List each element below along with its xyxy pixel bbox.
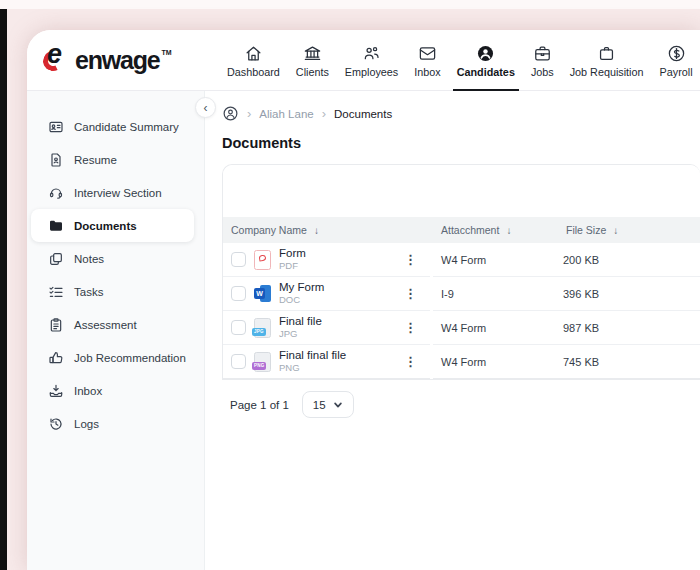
brand-trademark: TM (162, 49, 172, 56)
person-circle-icon (476, 44, 495, 63)
chevron-down-icon (333, 400, 343, 410)
pdf-file-icon (254, 250, 271, 270)
headset-icon (48, 185, 64, 201)
column-label: File Size (566, 224, 606, 236)
top-navigation: Dashboard Clients Employees Inbox Candid… (225, 30, 695, 91)
sidebar-item-inbox[interactable]: Inbox (27, 374, 204, 407)
sidebar-item-documents[interactable]: Documents (31, 209, 194, 242)
file-size-value: 745 KB (555, 345, 700, 379)
sort-down-icon[interactable]: ↓ (613, 225, 618, 236)
document-name: Form (279, 247, 306, 260)
sort-down-icon[interactable]: ↓ (314, 225, 319, 236)
nav-label: Jobs (531, 66, 554, 78)
nav-item-dashboard[interactable]: Dashboard (225, 30, 282, 91)
nav-item-clients[interactable]: Clients (294, 30, 331, 91)
row-menu-button[interactable]: ⋮ (401, 319, 420, 336)
page-size-select[interactable]: 15 (302, 391, 354, 418)
table-toolbar (223, 165, 700, 217)
nav-label: Dashboard (227, 66, 280, 78)
nav-item-inbox[interactable]: Inbox (412, 30, 442, 91)
chevron-right-icon: › (322, 107, 326, 120)
table-row[interactable]: Form PDF ⋮ W4 Form 200 KB (223, 243, 700, 277)
page-size-value: 15 (313, 399, 326, 411)
sidebar-collapse-button[interactable]: ‹ (195, 97, 216, 118)
chevron-right-icon: › (247, 107, 251, 120)
nav-item-jobs[interactable]: Jobs (529, 30, 556, 91)
attachment-value: W4 Form (433, 311, 555, 345)
column-header-company-name[interactable]: Company Name ↓ (223, 224, 433, 236)
sidebar-item-job-recommendation[interactable]: Job Recommendation (27, 341, 204, 374)
nav-item-payroll[interactable]: Payroll (658, 30, 695, 91)
app-header: e enwage TM Dashboard Clients Employees … (27, 30, 700, 91)
sidebar-item-label: Tasks (74, 286, 103, 298)
row-checkbox[interactable] (231, 286, 246, 301)
table-row[interactable]: PNG Final final file PNG ⋮ W4 Form 745 K… (223, 345, 700, 379)
nav-label: Clients (296, 66, 329, 78)
nav-label: Employees (345, 66, 398, 78)
row-menu-button[interactable]: ⋮ (401, 285, 420, 302)
document-name: Final final file (279, 349, 346, 362)
nav-item-job-requisition[interactable]: Job Requisition (568, 30, 646, 91)
nav-item-candidates[interactable]: Candidates (455, 30, 517, 91)
sidebar-item-label: Assessment (74, 319, 137, 331)
word-file-icon: W (254, 284, 271, 304)
sidebar-item-label: Inbox (74, 385, 102, 397)
file-size-value: 396 KB (555, 277, 700, 311)
file-size-value: 987 KB (555, 311, 700, 345)
sidebar-item-notes[interactable]: Notes (27, 242, 204, 275)
bank-icon (303, 44, 322, 63)
attachment-value: W4 Form (433, 243, 555, 277)
sidebar-item-label: Candidate Summary (74, 121, 179, 133)
clipboard-icon (48, 317, 64, 333)
table-row[interactable]: W My Form DOC ⋮ I-9 396 KB (223, 277, 700, 311)
brand-name: enwage (75, 44, 160, 76)
app-window: e enwage TM Dashboard Clients Employees … (27, 30, 700, 570)
png-file-icon: PNG (254, 352, 271, 372)
nav-label: Inbox (414, 66, 440, 78)
table-row[interactable]: JPG Final file JPG ⋮ W4 Form 987 KB (223, 311, 700, 345)
sort-down-icon[interactable]: ↓ (506, 225, 511, 236)
column-label: Attacchment (441, 224, 499, 236)
row-menu-button[interactable]: ⋮ (401, 251, 420, 268)
mail-icon (418, 44, 437, 63)
sidebar-item-label: Documents (74, 220, 137, 232)
chevron-left-icon: ‹ (204, 102, 208, 114)
document-type: PNG (279, 363, 346, 374)
sidebar-item-tasks[interactable]: Tasks (27, 275, 204, 308)
backdrop-highlight (0, 0, 700, 9)
brand-logo[interactable]: e enwage TM (43, 44, 172, 76)
breadcrumb-candidate-name[interactable]: Aliah Lane (259, 108, 313, 120)
nav-item-employees[interactable]: Employees (343, 30, 400, 91)
document-type: DOC (279, 295, 324, 306)
id-card-icon (48, 119, 64, 135)
folder-icon (48, 218, 64, 234)
row-checkbox[interactable] (231, 354, 246, 369)
page-count-label: Page 1 of 1 (230, 399, 289, 411)
sidebar-item-label: Interview Section (74, 187, 162, 199)
column-header-file-size[interactable]: File Size ↓ (558, 224, 700, 236)
column-header-attachment[interactable]: Attacchment ↓ (433, 224, 558, 236)
row-checkbox[interactable] (231, 320, 246, 335)
screen-edge (0, 0, 7, 570)
row-menu-button[interactable]: ⋮ (401, 353, 420, 370)
sidebar-item-candidate-summary[interactable]: Candidate Summary (27, 110, 204, 143)
row-checkbox[interactable] (231, 252, 246, 267)
jpg-file-icon: JPG (254, 318, 271, 338)
column-label: Company Name (231, 224, 307, 236)
tasks-icon (48, 284, 64, 300)
documents-table-card: Company Name ↓ Attacchment ↓ File Size ↓ (222, 164, 700, 380)
dollar-circle-icon (667, 44, 686, 63)
document-type: JPG (279, 329, 322, 340)
sidebar-item-logs[interactable]: Logs (27, 407, 204, 440)
document-name: Final file (279, 315, 322, 328)
history-icon (48, 416, 64, 432)
home-icon (244, 44, 263, 63)
document-type: PDF (279, 261, 306, 272)
sidebar-item-assessment[interactable]: Assessment (27, 308, 204, 341)
sidebar-item-label: Notes (74, 253, 104, 265)
sidebar-item-interview-section[interactable]: Interview Section (27, 176, 204, 209)
breadcrumb-current-page: Documents (334, 108, 392, 120)
briefcase-outline-icon (597, 44, 616, 63)
thumbs-up-icon (48, 350, 64, 366)
sidebar-item-resume[interactable]: Resume (27, 143, 204, 176)
